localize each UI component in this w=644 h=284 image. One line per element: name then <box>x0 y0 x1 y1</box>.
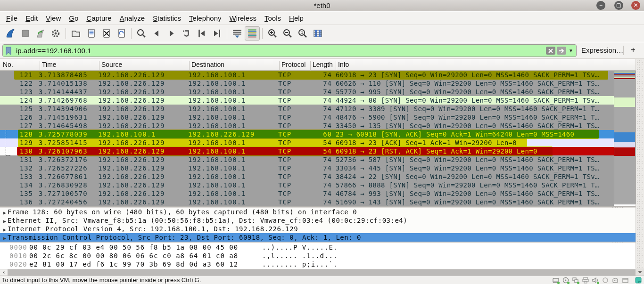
packet-row-128[interactable]: 1283.725778039192.168.100.1192.168.226.1… <box>0 130 614 138</box>
zoom-in-icon[interactable] <box>265 26 280 41</box>
cell-dst: 192.168.100.1 <box>188 189 276 198</box>
cell-src: 192.168.226.129 <box>98 96 187 105</box>
menu-capture[interactable]: Capture <box>86 14 111 22</box>
vm-usb-controller-icon[interactable] <box>602 277 609 284</box>
save-file-icon[interactable] <box>83 26 99 41</box>
packet-row-122[interactable]: 1223.714015138192.168.226.129192.168.100… <box>0 79 614 88</box>
column-header-no[interactable]: No. <box>1 61 39 71</box>
column-header-source[interactable]: Source <box>99 61 188 71</box>
cell-proto: TCP <box>278 155 307 164</box>
cell-no: 128 <box>0 130 33 138</box>
cell-proto: TCP <box>278 122 307 130</box>
filter-bookmark-icon[interactable] <box>3 45 14 57</box>
vm-tray-icon[interactable] <box>622 277 629 284</box>
detail-row[interactable]: ▶Internet Protocol Version 4, Src: 192.1… <box>0 225 636 233</box>
packet-row-123[interactable]: 1233.714144437192.168.226.129192.168.100… <box>0 88 614 96</box>
display-filter-input[interactable]: ip.addr==192.168.100.1 ▼ <box>2 44 577 57</box>
find-packet-icon[interactable] <box>134 26 149 41</box>
cell-src: 192.168.226.129 <box>98 147 187 155</box>
detail-row[interactable]: ▶Ethernet II, Src: Vmware_f8:b5:1a (00:5… <box>0 216 636 225</box>
column-header-length[interactable]: Length <box>310 61 335 71</box>
menu-analyze[interactable]: Analyze <box>120 14 145 22</box>
restart-capture-icon[interactable] <box>33 26 48 41</box>
packet-row-129[interactable]: 1293.725851415192.168.226.129192.168.100… <box>0 138 614 147</box>
column-header-protocol[interactable]: Protocol <box>279 61 309 71</box>
maximize-button-icon[interactable]: ▢ <box>614 1 623 10</box>
menu-help[interactable]: Help <box>289 14 304 22</box>
scroll-left-arrow-icon[interactable]: ‹ <box>0 269 8 276</box>
colorize-icon[interactable] <box>245 26 260 41</box>
packet-row-133[interactable]: 1333.726677861192.168.226.129192.168.100… <box>0 172 614 181</box>
minimize-button-icon[interactable]: − <box>596 1 605 10</box>
vm-harddisk-icon[interactable] <box>553 277 560 284</box>
close-file-icon[interactable] <box>99 26 114 41</box>
column-header-info[interactable]: Info <box>336 61 619 71</box>
start-capture-icon[interactable] <box>3 26 18 41</box>
hex-row[interactable]: 000000 0c 29 cf 03 e4 00 50 56 f8 b5 1a … <box>0 243 636 252</box>
vm-network-icon[interactable] <box>572 277 579 284</box>
packet-row-130[interactable]: 1303.726107963192.168.226.129192.168.100… <box>0 147 614 155</box>
vm-cdrom-icon[interactable] <box>562 277 570 284</box>
packet-row-135[interactable]: 1353.727100570192.168.226.129192.168.100… <box>0 189 614 198</box>
hex-row[interactable]: 001000 2c 6c 8c 00 00 80 06 06 6c c0 a8 … <box>0 252 636 260</box>
detail-row[interactable]: ▶Frame 128: 60 bytes on wire (480 bits),… <box>0 208 636 216</box>
cell-info: 48476 → 5900 [SYN] Seq=0 Win=29200 Len=0… <box>336 113 614 122</box>
add-filter-button[interactable]: + <box>631 45 636 55</box>
column-header-time[interactable]: Time <box>40 61 98 71</box>
hex-ascii: ..)....P V.....E. <box>262 243 338 252</box>
menu-file[interactable]: File <box>6 14 17 22</box>
packet-row-136[interactable]: 1363.727240456192.168.226.129192.168.100… <box>0 198 614 206</box>
reload-file-icon[interactable] <box>114 26 129 41</box>
packet-row-127[interactable]: 1273.714645498192.168.226.129192.168.100… <box>0 122 614 130</box>
cell-proto: TCP <box>278 113 307 122</box>
zoom-out-icon[interactable] <box>280 26 295 41</box>
expression-button[interactable]: Expression… <box>581 46 623 54</box>
packet-row-125[interactable]: 1253.714394906192.168.226.129192.168.100… <box>0 105 614 113</box>
detail-row[interactable]: ▶Transmission Control Protocol, Src Port… <box>0 233 636 242</box>
scroll-down-arrow-icon[interactable] <box>636 268 644 276</box>
column-header-destination[interactable]: Destination <box>189 61 278 71</box>
cell-info: 52736 → 587 [SYN] Seq=0 Win=29200 Len=0 … <box>336 155 614 164</box>
filter-text[interactable]: ip.addr==192.168.100.1 <box>14 47 546 55</box>
capture-options-icon[interactable] <box>48 26 63 41</box>
menu-tools[interactable]: Tools <box>264 14 281 22</box>
hex-row[interactable]: 0020e2 81 00 17 ed f6 1c 99 70 3b 69 8d … <box>0 260 636 268</box>
expander-icon[interactable]: ▶ <box>0 234 8 243</box>
packet-row-121[interactable]: 1213.713878485192.168.226.129192.168.100… <box>0 71 614 79</box>
go-forward-icon[interactable] <box>164 26 179 41</box>
open-file-icon[interactable] <box>68 26 83 41</box>
menu-wireless[interactable]: Wireless <box>230 14 257 22</box>
vm-printer-icon[interactable] <box>582 277 589 284</box>
close-button-icon[interactable]: ✕ <box>631 1 640 10</box>
packet-row-126[interactable]: 1263.714519631192.168.226.129192.168.100… <box>0 113 614 122</box>
menu-telephony[interactable]: Telephony <box>189 14 221 22</box>
packet-row-124[interactable]: 1243.714269768192.168.226.129192.168.100… <box>0 96 614 105</box>
menu-view[interactable]: View <box>46 14 61 22</box>
vm-vertical-scrollbar[interactable] <box>636 59 644 276</box>
auto-scroll-icon[interactable] <box>230 26 245 41</box>
cell-time: 3.714519631 <box>39 113 98 122</box>
resize-columns-icon[interactable] <box>310 26 325 41</box>
go-last-icon[interactable] <box>209 26 224 41</box>
go-first-icon[interactable] <box>194 26 209 41</box>
menu-statistics[interactable]: Statistics <box>153 14 181 22</box>
cell-no: 134 <box>0 181 33 189</box>
menu-go[interactable]: Go <box>69 14 78 22</box>
packet-row-134[interactable]: 1343.726830928192.168.226.129192.168.100… <box>0 181 614 189</box>
filter-history-dropdown-icon[interactable]: ▼ <box>568 48 574 53</box>
vm-usb-device-icon[interactable] <box>612 277 619 284</box>
vm-horizontal-scrollbar[interactable]: ‹ <box>0 269 636 276</box>
packet-row-132[interactable]: 1323.726527226192.168.226.129192.168.100… <box>0 164 614 172</box>
packet-row-131[interactable]: 1313.726372176192.168.226.129192.168.100… <box>0 155 614 164</box>
menu-edit[interactable]: Edit <box>25 14 38 22</box>
go-back-icon[interactable] <box>149 26 164 41</box>
cell-no: 136 <box>0 198 33 206</box>
zoom-original-icon[interactable]: 1 <box>295 26 310 41</box>
filter-clear-icon[interactable] <box>546 47 555 55</box>
filter-apply-icon[interactable] <box>557 47 566 55</box>
go-to-packet-icon[interactable] <box>179 26 194 41</box>
vm-fullscreen-icon[interactable] <box>635 277 642 284</box>
vm-sound-icon[interactable] <box>592 277 599 284</box>
stop-capture-icon[interactable] <box>18 26 33 41</box>
packet-list-minimap[interactable] <box>614 71 636 204</box>
